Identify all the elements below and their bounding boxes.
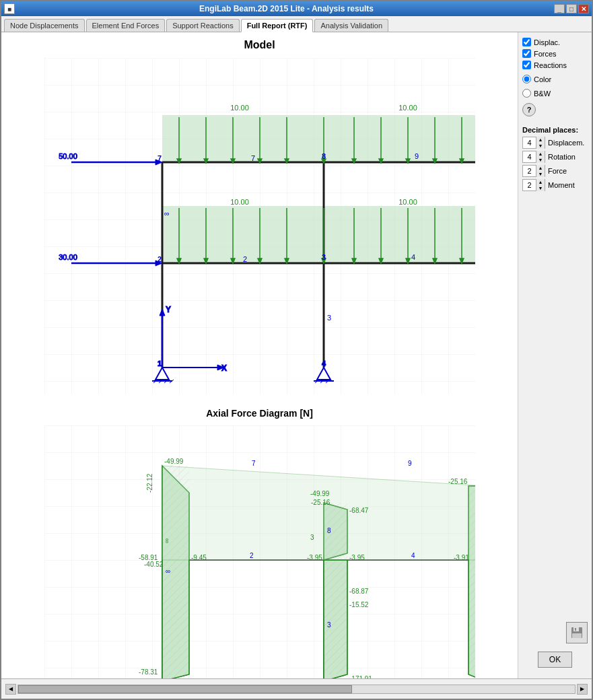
right-panel: Displac. Forces Reactions Color B&W ? xyxy=(518,32,592,678)
svg-text:8: 8 xyxy=(322,152,326,160)
moment-spinner[interactable]: 2 ▲ ▼ xyxy=(522,179,545,191)
svg-text:-25.16: -25.16 xyxy=(448,478,468,485)
rotation-spinner[interactable]: 4 ▲ ▼ xyxy=(522,151,545,163)
horizontal-scrollbar[interactable] xyxy=(18,685,575,694)
displace-checkbox[interactable] xyxy=(522,38,531,46)
rotation-spin-down[interactable]: ▼ xyxy=(536,157,545,163)
svg-text:9: 9 xyxy=(408,460,412,467)
svg-text:10.00: 10.00 xyxy=(398,198,417,206)
svg-text:-49.99: -49.99 xyxy=(164,458,184,465)
tabs-bar: Node Displacements Element End Forces Su… xyxy=(1,16,592,32)
reactions-checkbox[interactable] xyxy=(522,61,531,69)
svg-rect-2 xyxy=(162,115,475,162)
svg-text:∞: ∞ xyxy=(163,538,170,543)
tab-analysis-validation[interactable]: Analysis Validation xyxy=(314,19,388,32)
force-spinner[interactable]: 2 ▲ ▼ xyxy=(522,165,545,177)
reactions-checkbox-row: Reactions xyxy=(522,61,588,69)
svg-text:1: 1 xyxy=(158,359,162,368)
bw-radio-label: B&W xyxy=(534,90,551,98)
svg-text:-68.87: -68.87 xyxy=(349,588,369,595)
svg-text:-171.91: -171.91 xyxy=(349,675,372,678)
tab-element-end-forces[interactable]: Element End Forces xyxy=(86,19,166,32)
svg-text:2: 2 xyxy=(158,255,162,263)
diagram-container: Model xyxy=(1,32,518,678)
svg-text:∞: ∞ xyxy=(166,567,170,575)
right-panel-bottom: OK xyxy=(522,622,588,673)
displacem-spin-up[interactable]: ▲ xyxy=(536,137,545,143)
svg-text:∞: ∞ xyxy=(164,209,170,217)
displacem-spin-down[interactable]: ▼ xyxy=(536,143,545,149)
close-button[interactable]: ✕ xyxy=(578,4,589,13)
forces-checkbox[interactable] xyxy=(522,49,531,58)
displacem-spinner-arrows[interactable]: ▲ ▼ xyxy=(536,137,545,149)
rotation-spin-up[interactable]: ▲ xyxy=(536,151,545,157)
force-spinner-arrows[interactable]: ▲ ▼ xyxy=(536,165,545,177)
svg-text:3: 3 xyxy=(310,534,314,541)
svg-text:-78.31: -78.31 xyxy=(139,668,158,676)
moment-spinner-row: 2 ▲ ▼ Moment xyxy=(522,179,588,191)
maximize-button[interactable]: □ xyxy=(566,4,577,13)
main-window: ■ EngiLab Beam.2D 2015 Lite - Analysis r… xyxy=(0,0,593,700)
title-buttons: _ □ ✕ xyxy=(554,4,589,13)
window-icon: ■ xyxy=(4,3,15,14)
ok-button[interactable]: OK xyxy=(538,652,572,668)
svg-text:3: 3 xyxy=(322,253,326,261)
svg-text:30.00: 30.00 xyxy=(59,253,77,261)
axial-diagram: -49.99 -49.99 -25.16 -25.16 -22.12 ∞ -9.… xyxy=(44,425,475,678)
bw-radio[interactable] xyxy=(522,89,531,98)
window-title: EngiLab Beam.2D 2015 Lite - Analysis res… xyxy=(19,4,554,13)
svg-text:50.00: 50.00 xyxy=(59,152,77,160)
svg-text:-25.16: -25.16 xyxy=(311,499,330,506)
color-radio-label: Color xyxy=(534,75,551,83)
moment-spinner-label: Moment xyxy=(548,181,575,189)
svg-text:9: 9 xyxy=(415,152,419,160)
color-radio[interactable] xyxy=(522,75,531,83)
svg-text:Y: Y xyxy=(166,305,171,314)
svg-text:7: 7 xyxy=(252,460,256,467)
minimize-button[interactable]: _ xyxy=(554,4,565,13)
axial-diagram-title: Axial Force Diagram [N] xyxy=(8,408,511,419)
moment-spinner-arrows[interactable]: ▲ ▼ xyxy=(536,179,545,191)
moment-spin-down[interactable]: ▼ xyxy=(536,185,545,191)
decimal-places-title: Decimal places: xyxy=(522,126,588,134)
save-button[interactable] xyxy=(566,622,588,643)
rotation-spinner-label: Rotation xyxy=(548,153,575,161)
svg-text:2: 2 xyxy=(250,552,254,559)
displacem-spinner[interactable]: 4 ▲ ▼ xyxy=(522,137,545,149)
svg-text:X: X xyxy=(221,363,227,373)
force-spin-up[interactable]: ▲ xyxy=(536,165,545,171)
tab-support-reactions[interactable]: Support Reactions xyxy=(166,19,240,32)
bottom-bar: ◀ ▶ xyxy=(1,678,592,699)
displacem-spinner-row: 4 ▲ ▼ Displacem. xyxy=(522,137,588,149)
force-spin-down[interactable]: ▼ xyxy=(536,171,545,177)
svg-rect-155 xyxy=(575,628,576,631)
svg-text:10.00: 10.00 xyxy=(230,198,249,206)
svg-text:4: 4 xyxy=(322,359,326,368)
tab-full-report[interactable]: Full Report (RTF) xyxy=(241,19,314,32)
svg-rect-3 xyxy=(162,206,475,263)
forces-checkbox-row: Forces xyxy=(522,49,588,58)
svg-rect-122 xyxy=(324,560,347,674)
help-button[interactable]: ? xyxy=(522,103,536,116)
moment-spin-up[interactable]: ▲ xyxy=(536,179,545,185)
reactions-label: Reactions xyxy=(534,61,567,69)
rotation-spinner-arrows[interactable]: ▲ ▼ xyxy=(536,151,545,163)
scroll-right-button[interactable]: ▶ xyxy=(577,684,588,695)
scroll-thumb xyxy=(18,685,352,693)
svg-text:-3.91: -3.91 xyxy=(454,554,469,561)
svg-text:10.00: 10.00 xyxy=(230,104,249,112)
bw-radio-row: B&W xyxy=(522,89,588,98)
main-canvas[interactable]: Model xyxy=(1,32,518,678)
scroll-left-button[interactable]: ◀ xyxy=(5,684,16,695)
color-radio-row: Color xyxy=(522,75,588,83)
svg-text:-22.12: -22.12 xyxy=(146,473,153,493)
rotation-spinner-row: 4 ▲ ▼ Rotation xyxy=(522,151,588,163)
svg-text:4: 4 xyxy=(411,253,415,261)
svg-text:7: 7 xyxy=(158,154,162,162)
tab-node-displacements[interactable]: Node Displacements xyxy=(4,19,85,32)
svg-rect-154 xyxy=(572,633,582,638)
title-bar: ■ EngiLab Beam.2D 2015 Lite - Analysis r… xyxy=(1,1,592,16)
svg-text:-9.45: -9.45 xyxy=(191,554,207,561)
forces-label: Forces xyxy=(534,50,557,58)
svg-text:8: 8 xyxy=(327,527,331,534)
